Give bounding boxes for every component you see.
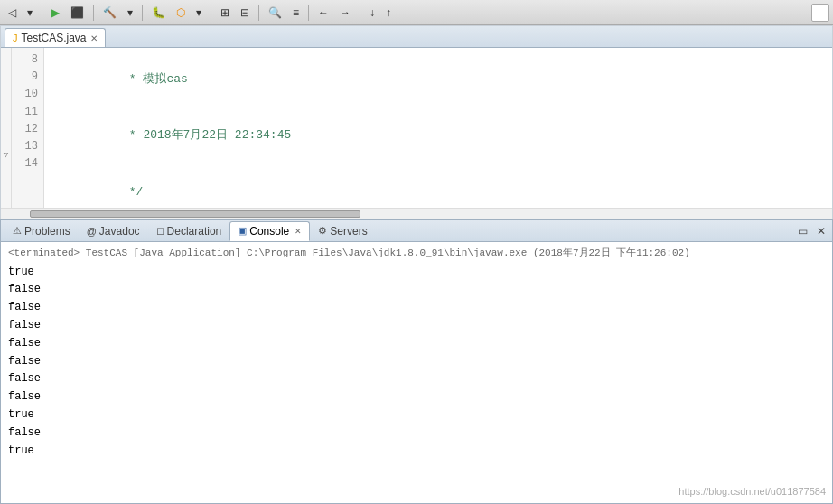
ln-10: 10 (17, 86, 38, 103)
gutter-8 (1, 51, 11, 70)
editor-container: J TestCAS.java ✕ ▽ 8 9 10 11 12 (0, 25, 833, 219)
tab-javadoc-label: Javadoc (99, 225, 140, 238)
tab-declaration[interactable]: ◻ Declaration (148, 221, 230, 241)
toolbar-more-btn[interactable]: ≡ (288, 4, 304, 22)
ln-9: 9 (17, 69, 38, 86)
ln-14: 14 (17, 155, 38, 173)
ln-8: 8 (17, 51, 38, 69)
panel-close-btn[interactable]: ✕ (814, 223, 828, 239)
code-comment-8: * 模拟cas (122, 72, 188, 86)
toolbar-sep-7 (360, 5, 360, 21)
toolbar-sep-1 (42, 5, 42, 21)
toolbar-sep-3 (142, 5, 143, 21)
tab-servers-label: Servers (330, 225, 367, 238)
scroll-thumb[interactable] (30, 210, 360, 218)
editor-tab-testcas[interactable]: J TestCAS.java ✕ (5, 28, 106, 47)
console-line-11: true (8, 443, 825, 461)
tab-javadoc[interactable]: @ Javadoc (79, 221, 148, 241)
console-line-2: false (8, 281, 825, 299)
console-icon: ▣ (238, 225, 247, 237)
tab-console-label: Console (249, 225, 289, 238)
console-line-7: false (8, 370, 825, 388)
console-header: <terminated> TestCAS [Java Application] … (8, 246, 825, 262)
bottom-panel: ⚠ Problems @ Javadoc ◻ Declaration ▣ Con… (0, 219, 833, 504)
console-line-8: false (8, 388, 825, 406)
servers-icon: ⚙ (318, 225, 327, 237)
main-wrapper: J TestCAS.java ✕ ▽ 8 9 10 11 12 (0, 25, 833, 504)
toolbar-arrow2-btn[interactable]: ▾ (123, 4, 137, 22)
editor-scrollbar[interactable] (1, 208, 832, 219)
line-numbers: 8 9 10 11 12 13 14 (12, 48, 44, 208)
tab-problems[interactable]: ⚠ Problems (5, 221, 79, 241)
gutter-12 (1, 126, 11, 145)
toolbar-back-btn[interactable]: ◁ (4, 4, 21, 22)
console-line-6: false (8, 353, 825, 371)
console-line-3: false (8, 299, 825, 317)
toolbar: ◁ ▾ ▶ ⬛ 🔨 ▾ 🐛 ⬡ ▾ ⊞ ⊟ 🔍 ≡ ← → ↓ ↑ (0, 0, 833, 25)
toolbar-sep-2 (93, 5, 94, 21)
ln-12: 12 (17, 121, 38, 138)
editor-tab-label: TestCAS.java (22, 32, 87, 44)
toolbar-layout-btn[interactable]: ⊞ (216, 4, 234, 22)
code-line-8: * 模拟cas (51, 51, 825, 107)
console-tab-close[interactable]: ✕ (295, 227, 302, 236)
gutter-14 (1, 164, 11, 183)
toolbar-sep-5 (258, 5, 259, 21)
gutter-10 (1, 89, 11, 108)
tab-problems-label: Problems (24, 225, 70, 238)
tab-java-icon: J (13, 33, 18, 43)
toolbar-arrow3-btn[interactable]: ▾ (192, 4, 206, 22)
toolbar-search-box[interactable] (811, 4, 829, 22)
toolbar-build-btn[interactable]: 🔨 (98, 4, 121, 22)
gutter-13[interactable]: ▽ (1, 145, 11, 164)
toolbar-layout2-btn[interactable]: ⊟ (236, 4, 254, 22)
console-line-5: false (8, 335, 825, 353)
code-comment-9: * 2018年7月22日 22:34:45 (122, 128, 291, 142)
toolbar-debug-btn[interactable]: 🐛 (147, 4, 170, 22)
console-line-10: false (8, 425, 825, 443)
editor-tab-close[interactable]: ✕ (90, 33, 98, 43)
watermark: https://blog.csdn.net/u011877584 (679, 486, 826, 497)
declaration-icon: ◻ (156, 225, 164, 237)
tab-console[interactable]: ▣ Console ✕ (229, 221, 310, 241)
code-comment-10: */ (122, 185, 143, 199)
toolbar-sep-4 (211, 5, 211, 21)
toolbar-arrow4-btn[interactable]: ← (314, 4, 333, 22)
console-line-4: false (8, 317, 825, 335)
ln-13: 13 (17, 138, 38, 155)
code-line-9: * 2018年7月22日 22:34:45 (51, 107, 825, 163)
ln-11: 11 (17, 104, 38, 121)
bottom-tab-bar: ⚠ Problems @ Javadoc ◻ Declaration ▣ Con… (1, 220, 832, 242)
toolbar-debug2-btn[interactable]: ⬡ (172, 4, 190, 22)
toolbar-run-btn[interactable]: ▶ (47, 4, 64, 22)
console-line-1: true (8, 264, 825, 282)
tab-declaration-label: Declaration (167, 225, 222, 238)
editor-tab-bar: J TestCAS.java ✕ (1, 26, 832, 48)
panel-actions: ▭ ✕ (795, 223, 828, 239)
toolbar-stop-btn[interactable]: ⬛ (66, 4, 89, 22)
tab-servers[interactable]: ⚙ Servers (310, 221, 375, 241)
code-content: * 模拟cas * 2018年7月22日 22:34:45 */ public … (44, 48, 832, 208)
panel-minimize-btn[interactable]: ▭ (795, 223, 810, 239)
console-content: <terminated> TestCAS [Java Application] … (1, 242, 832, 503)
toolbar-arrow6-btn[interactable]: ↓ (365, 4, 379, 22)
toolbar-arrow7-btn[interactable]: ↑ (381, 4, 396, 22)
toolbar-sep-6 (308, 5, 309, 21)
javadoc-icon: @ (87, 226, 97, 237)
toolbar-search-icon[interactable]: 🔍 (264, 4, 286, 22)
console-line-9: true (8, 406, 825, 425)
toolbar-arrow5-btn[interactable]: → (335, 4, 355, 22)
fold-gutter: ▽ (1, 48, 12, 208)
toolbar-arrow-btn[interactable]: ▾ (23, 4, 37, 22)
gutter-9 (1, 70, 11, 89)
code-line-10: */ (51, 164, 825, 208)
problems-icon: ⚠ (13, 225, 22, 237)
code-area: ▽ 8 9 10 11 12 13 14 * 模拟cas * 2018年7月22 (1, 48, 832, 208)
gutter-11 (1, 107, 11, 126)
